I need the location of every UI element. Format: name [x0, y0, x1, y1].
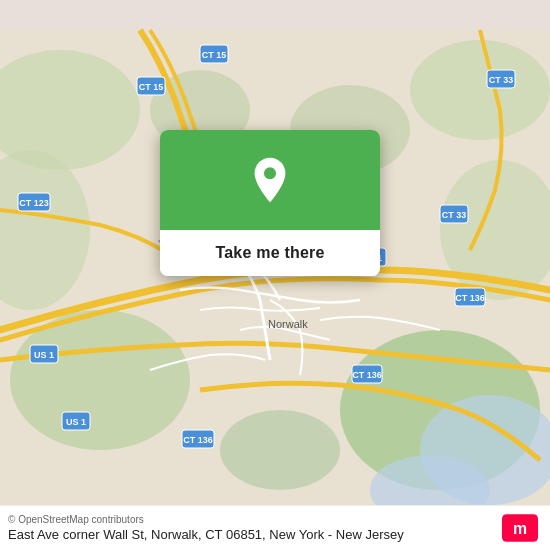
- svg-text:Norwalk: Norwalk: [268, 318, 308, 330]
- svg-text:CT 136: CT 136: [455, 293, 485, 303]
- svg-text:CT 15: CT 15: [139, 82, 164, 92]
- location-pin-icon: [246, 156, 294, 204]
- moovit-logo: m: [502, 514, 538, 542]
- osm-credit: © OpenStreetMap contributors: [8, 514, 404, 525]
- svg-text:CT 33: CT 33: [489, 75, 514, 85]
- svg-text:CT 33: CT 33: [442, 210, 467, 220]
- map-container: Norwalk CT 15 CT 15 CT 123 US 1 US 1 CT …: [0, 0, 550, 550]
- svg-point-7: [220, 410, 340, 490]
- svg-text:CT 123: CT 123: [19, 198, 49, 208]
- location-card: Take me there: [160, 130, 380, 276]
- card-map-area: [160, 130, 380, 230]
- svg-point-2: [410, 40, 550, 140]
- svg-text:CT 136: CT 136: [183, 435, 213, 445]
- svg-text:CT 136: CT 136: [352, 370, 382, 380]
- take-me-there-button[interactable]: Take me there: [160, 230, 380, 276]
- svg-text:m: m: [513, 520, 527, 537]
- svg-point-36: [264, 167, 276, 179]
- bottom-bar: © OpenStreetMap contributors East Ave co…: [0, 505, 550, 550]
- svg-text:US 1: US 1: [66, 417, 86, 427]
- bottom-left: © OpenStreetMap contributors East Ave co…: [8, 514, 404, 542]
- svg-text:CT 15: CT 15: [202, 50, 227, 60]
- moovit-logo-icon: m: [502, 514, 538, 542]
- location-text: East Ave corner Wall St, Norwalk, CT 068…: [8, 527, 404, 542]
- svg-text:US 1: US 1: [34, 350, 54, 360]
